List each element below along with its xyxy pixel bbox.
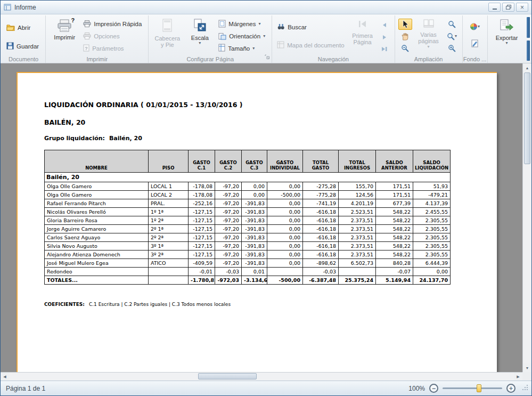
search-icon: [277, 23, 285, 31]
chevron-down-icon: ▾: [478, 25, 480, 29]
mapa-documento-button: Mapa del documento: [275, 39, 347, 51]
zoom-slider-thumb[interactable]: [477, 384, 481, 392]
table-row: Redondeo-0,01-0,030,01-0,03-0,070,00: [45, 268, 451, 276]
abrir-button[interactable]: Abrir: [5, 22, 42, 34]
table-cell: Olga Olle Gamero: [45, 182, 149, 191]
table-cell: 0,00: [242, 182, 267, 191]
table-cell: 0,00: [267, 225, 303, 233]
table-cell: Silvia Novo Augusto: [45, 242, 149, 250]
table-cell: LOCAL 2: [149, 191, 189, 199]
table-cell: -0,01: [189, 268, 215, 276]
zoom-dropdown-button[interactable]: ▾: [445, 31, 459, 42]
window-title: Informe: [14, 4, 36, 11]
zoom-slider-track[interactable]: [443, 387, 502, 389]
restore-icon: [506, 5, 511, 10]
guardar-button[interactable]: Guardar: [5, 41, 42, 52]
table-cell: 1º 2ª: [149, 216, 189, 225]
exportar-button[interactable]: Exportar ▾: [491, 17, 523, 54]
document-area: LIQUIDACIÓN ORDINARIA ( 01/01/2015 - 13/…: [1, 63, 531, 381]
tamano-button[interactable]: Tamaño ▾: [217, 43, 268, 54]
table-cell: -97,20: [215, 233, 242, 242]
titlebar: Informe ×: [1, 1, 531, 14]
zoom-slider[interactable]: [443, 384, 502, 393]
table-totals-row: TOTALES...-1.780,82-972,03-3.134,63-500,…: [45, 276, 451, 285]
scroll-down-icon[interactable]: ▼: [523, 363, 531, 372]
report-group-label: Grupo liquidación:: [44, 135, 105, 142]
table-cell: 2.305,55: [413, 250, 451, 259]
margenes-button[interactable]: Márgenes ▾: [217, 19, 268, 30]
table-cell: -391,83: [242, 216, 267, 225]
cabecera-pie-label: Cabecera y Pie: [154, 35, 180, 49]
table-cell: -741,19: [303, 199, 339, 208]
group-label-documento: Documento: [2, 56, 45, 62]
table-cell: -97,20: [215, 225, 242, 233]
zoom-in-button[interactable]: [445, 43, 459, 54]
table-cell: 171,51: [376, 182, 413, 191]
col-header-saldo-liquidacion: SALDO LIQUIDACIÓN: [413, 150, 451, 173]
table-cell: -0,03: [215, 268, 242, 276]
imprimir-button[interactable]: ? Imprimir: [49, 17, 80, 54]
table-cell: -127,15: [189, 233, 215, 242]
group-exportar: Exportar ▾: [488, 15, 526, 63]
table-cell: TOTALES...: [45, 276, 149, 285]
escala-button[interactable]: Escala ▾: [184, 17, 215, 54]
table-cell: -391,83: [242, 259, 267, 268]
prev-page-button: [378, 20, 391, 30]
buscar-button[interactable]: Buscar: [275, 21, 347, 33]
zoom-dropdown-icon: [447, 33, 455, 41]
close-button[interactable]: ×: [516, 3, 528, 12]
multiple-pages-icon: [423, 19, 435, 30]
table-cell: -1.780,82: [189, 276, 215, 285]
table-cell: -479,21: [413, 191, 451, 199]
watermark-button[interactable]: [466, 37, 484, 49]
table-cell: 124,56: [339, 191, 376, 199]
minimize-button[interactable]: [488, 3, 501, 12]
orientacion-button[interactable]: Orientación ▾: [217, 31, 268, 42]
chevron-down-icon: ▾: [455, 34, 457, 38]
zoom-in-button-statusbar[interactable]: +: [506, 384, 515, 393]
minimize-icon: [493, 9, 497, 10]
table-cell: -898,62: [303, 259, 339, 268]
table-cell: -127,15: [189, 208, 215, 216]
group-ampliacion: Varias páginas ▾ ▾ Ampliación: [395, 15, 463, 63]
scroll-up-icon[interactable]: ▲: [523, 63, 531, 72]
col-header-gasto-c2: GASTO C.2: [215, 150, 242, 173]
vertical-scrollbar[interactable]: ▲ ▼: [522, 63, 531, 372]
table-cell: 24.137,70: [413, 276, 451, 285]
restore-button[interactable]: [502, 3, 514, 12]
coeficientes-text: C.1 Escritura | C.2 Partes iguales | C.3…: [89, 302, 231, 307]
chevron-down-icon: ▾: [252, 46, 255, 51]
horizontal-scrollbar-thumb[interactable]: [198, 373, 257, 379]
vertical-scrollbar-thumb[interactable]: [524, 72, 530, 164]
table-cell: 0,00: [267, 242, 303, 250]
resize-grip-icon[interactable]: [522, 384, 528, 392]
impresion-rapida-button[interactable]: Impresión Rápida: [81, 19, 145, 30]
scroll-left-icon[interactable]: ◀: [1, 373, 9, 381]
scroll-right-icon[interactable]: ▶: [514, 373, 522, 381]
next-page-button: [378, 33, 391, 42]
table-cell: LOCAL 1: [149, 182, 189, 191]
zoom-out-button[interactable]: [398, 43, 412, 54]
zoom-out-button-statusbar[interactable]: −: [429, 384, 438, 393]
ribbon-toolbar: Abrir Guardar Documento ? Imprimir: [1, 14, 531, 63]
page-color-button[interactable]: ▾: [466, 21, 484, 33]
buscar-label: Buscar: [288, 24, 307, 30]
hand-tool-button[interactable]: [398, 31, 412, 42]
table-cell: 4.137,39: [413, 199, 451, 208]
pointer-tool-button[interactable]: [398, 19, 412, 30]
primera-pagina-label: Primera Página: [352, 33, 373, 46]
col-header-total-gasto: TOTAL GASTO: [303, 150, 339, 173]
size-icon: [218, 44, 225, 53]
table-cell: -127,15: [189, 250, 215, 259]
horizontal-scrollbar[interactable]: ◀ ▶: [1, 372, 522, 381]
table-cell: 840,28: [376, 259, 413, 268]
table-cell: -97,20: [215, 250, 242, 259]
chevron-down-icon: ▾: [258, 22, 260, 26]
table-cell: -97,20: [215, 242, 242, 250]
orientation-icon: [218, 32, 226, 41]
zoom-tool-button[interactable]: [445, 19, 459, 30]
table-cell: [339, 268, 376, 276]
group-imprimir: ? Imprimir Impresión Rápida Opciones ? P…: [46, 15, 149, 63]
table-cell: PRAL.: [149, 199, 189, 208]
chevron-down-icon: ▾: [428, 45, 430, 49]
